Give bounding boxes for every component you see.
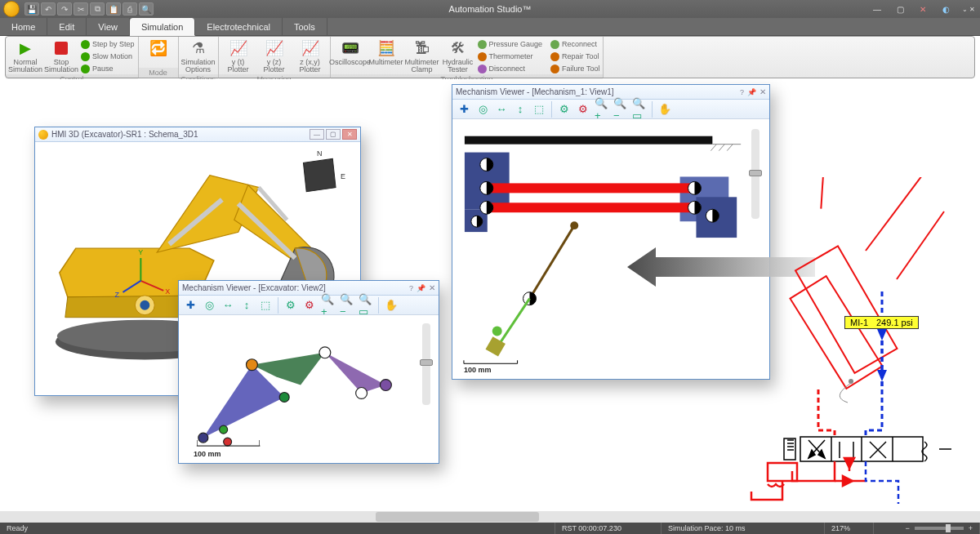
help-icon[interactable]: ? <box>409 284 413 292</box>
thermometer[interactable]: Thermometer <box>478 51 543 62</box>
target-button[interactable]: ◎ <box>201 297 217 314</box>
undo-button[interactable]: ↶ <box>41 2 56 16</box>
status-zoom-controls[interactable]: − + <box>874 523 980 534</box>
dim-button[interactable]: ⬚ <box>531 101 547 118</box>
plus-button[interactable]: ✚ <box>182 297 198 314</box>
disconnect[interactable]: Disconnect <box>478 63 543 74</box>
fit-h-button[interactable]: ↔ <box>493 101 510 118</box>
plus-button[interactable]: ✚ <box>456 101 472 118</box>
step-by-step[interactable]: Step by Step <box>81 38 135 50</box>
failure-tool[interactable]: Failure Tool <box>550 63 599 74</box>
minimize-button[interactable]: — <box>866 1 889 17</box>
status-zoom[interactable]: 217% <box>825 523 874 534</box>
help-button[interactable]: ◐ <box>934 1 957 17</box>
tab-simulation[interactable]: Simulation <box>130 18 195 36</box>
save-button[interactable]: 💾 <box>24 2 39 16</box>
hand-button[interactable]: ✋ <box>383 297 399 314</box>
scale-label: 100 mm <box>464 366 492 374</box>
zoom-in-icon[interactable]: + <box>969 524 973 532</box>
zxy-plotter[interactable]: 📈z (x,y)Plotter <box>294 38 327 74</box>
mech-small-viewport[interactable]: || 100 mm <box>179 315 439 463</box>
normal-simulation[interactable]: ▶NormalSimulation <box>9 38 42 74</box>
svg-line-33 <box>719 145 724 151</box>
oscilloscope[interactable]: 📟Oscilloscope <box>334 38 367 66</box>
svg-point-21 <box>279 392 289 402</box>
horizontal-scrollbar[interactable] <box>0 511 980 523</box>
redo-button[interactable]: ↷ <box>57 2 72 16</box>
hmi-3d-titlebar[interactable]: HMI 3D (Excavator)-SR1 : Schema_3D1 — ▢ … <box>35 127 360 142</box>
svg-point-24 <box>380 380 391 391</box>
pressure-gauge[interactable]: Pressure Gauge <box>478 38 543 50</box>
svg-text:E: E <box>341 172 345 180</box>
scrollbar-thumb[interactable] <box>376 512 539 522</box>
zoom-sel-button[interactable]: 🔍▭ <box>631 101 648 118</box>
repair-tool[interactable]: Repair Tool <box>550 51 599 62</box>
close-icon[interactable]: ✕ <box>429 283 435 292</box>
fit-v-button[interactable]: ↕ <box>512 101 528 118</box>
reconnect[interactable]: Reconnect <box>550 38 599 50</box>
target-button[interactable]: ◎ <box>474 101 491 118</box>
cut-button[interactable]: ✂ <box>74 2 88 16</box>
menu-chevron[interactable]: ⌄ ✕ <box>957 1 980 17</box>
ribbon-group-measuring: 📈y (t)Plotter📈y (z)Plotter📈z (x,y)Plotte… <box>219 37 331 78</box>
maximize-icon[interactable]: ▢ <box>326 129 341 140</box>
svg-rect-39 <box>489 183 697 193</box>
tab-tools[interactable]: Tools <box>283 18 327 35</box>
zoom-slider[interactable] <box>422 323 430 405</box>
multimeter[interactable]: 🧮Multimeter <box>370 38 403 66</box>
paste-button[interactable]: 📋 <box>106 2 121 16</box>
svg-marker-64 <box>877 370 887 381</box>
close-icon[interactable]: ✕ <box>760 87 766 96</box>
stop-simulation[interactable]: StopSimulation <box>45 38 78 74</box>
svg-marker-63 <box>877 329 887 340</box>
zoom-in-button[interactable]: 🔍+ <box>594 101 610 118</box>
pin-icon[interactable]: 📌 <box>747 88 756 96</box>
settings-button[interactable]: ⚙ <box>283 297 299 314</box>
svg-text:|: | <box>258 439 260 446</box>
svg-rect-30 <box>465 136 712 145</box>
hydraulic-tester[interactable]: 🛠HydraulicTester <box>442 38 474 74</box>
mech-large-titlebar[interactable]: Mechanism Viewer - [Mechanism_1: View1] … <box>452 85 769 100</box>
maximize-button[interactable]: ▢ <box>889 1 911 17</box>
yt-plotter[interactable]: 📈y (t)Plotter <box>222 38 255 74</box>
title-bar: 💾↶↷✂⧉📋⎙🔍 Automation Studio™ — ▢ ✕ ◐ ⌄ ✕ <box>0 0 980 18</box>
multimeter-clamp[interactable]: 🗜MultimeterClamp <box>406 38 439 74</box>
redgear-button[interactable]: ⚙ <box>575 101 591 118</box>
svg-point-26 <box>220 425 228 434</box>
yz-plotter[interactable]: 📈y (z)Plotter <box>258 38 291 74</box>
mech-large-toolbar: ✚◎↔↕⬚⚙⚙🔍+🔍−🔍▭✋ <box>452 100 769 119</box>
redgear-button[interactable]: ⚙ <box>301 297 318 314</box>
settings-button[interactable]: ⚙ <box>556 101 572 118</box>
zoom-out-icon[interactable]: − <box>905 524 909 532</box>
close-button[interactable]: ✕ <box>911 1 934 17</box>
fit-v-button[interactable]: ↕ <box>238 297 255 314</box>
mechanism-viewer-small[interactable]: Mechanism Viewer - [Excavator: View2] ? … <box>178 280 439 464</box>
mechanism-viewer-large[interactable]: Mechanism Viewer - [Mechanism_1: View1] … <box>452 84 770 380</box>
dim-button[interactable]: ⬚ <box>257 297 274 314</box>
minimize-icon[interactable]: — <box>310 129 324 140</box>
zoom-in-button[interactable]: 🔍+ <box>320 297 336 314</box>
quick-access-toolbar: 💾↶↷✂⧉📋⎙🔍 <box>24 2 154 16</box>
svg-line-32 <box>710 145 716 151</box>
mode-toggle[interactable]: 🔁 <box>142 38 175 59</box>
fit-h-button[interactable]: ↔ <box>220 297 236 314</box>
print-button[interactable]: ⎙ <box>122 2 137 16</box>
zoom-sel-button[interactable]: 🔍▭ <box>358 297 374 314</box>
zoom-out-button[interactable]: 🔍− <box>612 101 629 118</box>
hand-button[interactable]: ✋ <box>657 101 673 118</box>
simulation-options[interactable]: ⚗SimulationOptions <box>182 38 215 74</box>
pin-icon[interactable]: 📌 <box>416 284 425 292</box>
copy-button[interactable]: ⧉ <box>90 2 105 16</box>
zoom-button[interactable]: 🔍 <box>139 2 154 16</box>
tab-electrotechnical[interactable]: Electrotechnical <box>195 18 283 35</box>
zoom-out-button[interactable]: 🔍− <box>339 297 355 314</box>
close-icon[interactable]: ✕ <box>342 129 357 140</box>
tab-home[interactable]: Home <box>0 18 47 35</box>
pause[interactable]: Pause <box>81 63 135 74</box>
tab-edit[interactable]: Edit <box>47 18 87 35</box>
mech-small-titlebar[interactable]: Mechanism Viewer - [Excavator: View2] ? … <box>179 281 439 296</box>
tab-view[interactable]: View <box>87 18 130 35</box>
help-icon[interactable]: ? <box>740 88 744 96</box>
svg-point-23 <box>356 388 368 399</box>
slow-motion[interactable]: Slow Motion <box>81 51 135 62</box>
